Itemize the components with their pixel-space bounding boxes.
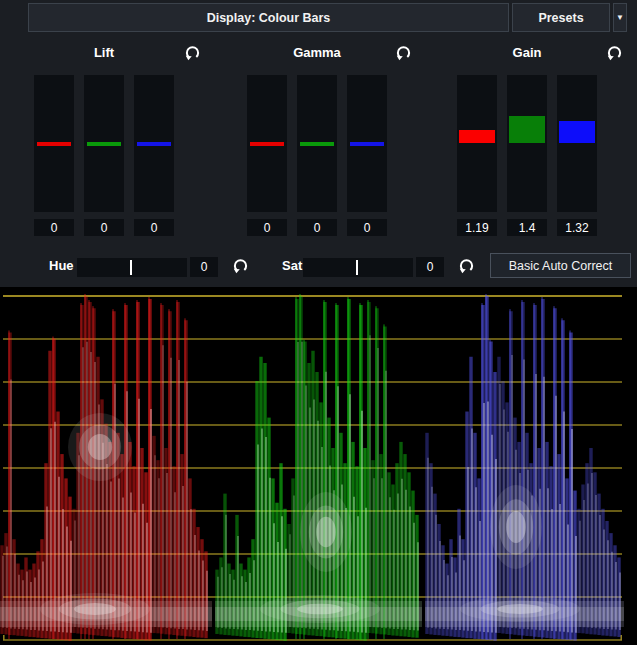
lift-reset-icon[interactable] bbox=[184, 44, 201, 61]
gamma-reset-icon[interactable] bbox=[395, 44, 412, 61]
gain-red-handle bbox=[459, 130, 495, 143]
gamma-title: Gamma bbox=[247, 45, 387, 60]
gamma-red-value[interactable]: 0 bbox=[247, 219, 287, 236]
presets-button[interactable]: Presets bbox=[512, 3, 610, 32]
presets-dropdown-button[interactable]: ▼ bbox=[613, 3, 627, 32]
gamma-red-handle bbox=[250, 142, 284, 146]
gamma-green-value[interactable]: 0 bbox=[297, 219, 337, 236]
lift-red-slider[interactable] bbox=[34, 75, 74, 212]
hue-value[interactable]: 0 bbox=[190, 257, 218, 277]
gain-green-handle bbox=[509, 116, 545, 143]
lift-blue-handle bbox=[137, 142, 171, 146]
gamma-green-slider[interactable] bbox=[297, 75, 337, 212]
lift-section: Lift 0 0 0 bbox=[34, 45, 174, 236]
gain-title: Gain bbox=[457, 45, 597, 60]
hue-slider[interactable] bbox=[77, 258, 187, 277]
hue-slider-handle bbox=[130, 260, 132, 275]
gamma-red-slider[interactable] bbox=[247, 75, 287, 212]
gamma-green-handle bbox=[300, 142, 334, 146]
lift-green-handle bbox=[87, 142, 121, 146]
gain-red-slider[interactable] bbox=[457, 75, 497, 212]
sat-value[interactable]: 0 bbox=[416, 257, 444, 277]
lift-green-slider[interactable] bbox=[84, 75, 124, 212]
sat-slider-handle bbox=[356, 260, 358, 275]
gamma-blue-slider[interactable] bbox=[347, 75, 387, 212]
lift-blue-value[interactable]: 0 bbox=[134, 219, 174, 236]
sat-slider[interactable] bbox=[303, 258, 413, 277]
display-source-button[interactable]: Display: Colour Bars bbox=[28, 3, 509, 32]
rgb-parade-scope bbox=[0, 287, 637, 645]
gamma-section: Gamma 0 0 0 bbox=[247, 45, 387, 236]
gain-blue-handle bbox=[559, 121, 595, 143]
gain-blue-value[interactable]: 1.32 bbox=[557, 219, 597, 236]
sat-reset-icon[interactable] bbox=[458, 257, 475, 274]
gamma-blue-handle bbox=[350, 142, 384, 146]
gain-green-slider[interactable] bbox=[507, 75, 547, 212]
lift-red-value[interactable]: 0 bbox=[34, 219, 74, 236]
gain-reset-icon[interactable] bbox=[606, 44, 623, 61]
gain-red-value[interactable]: 1.19 bbox=[457, 219, 497, 236]
color-correct-panel: Display: Colour Bars Presets ▼ Lift 0 0 … bbox=[0, 0, 637, 287]
basic-auto-correct-button[interactable]: Basic Auto Correct bbox=[490, 253, 631, 278]
hue-reset-icon[interactable] bbox=[232, 257, 249, 274]
hue-label: Hue bbox=[49, 258, 74, 273]
lift-green-value[interactable]: 0 bbox=[84, 219, 124, 236]
gain-green-value[interactable]: 1.4 bbox=[507, 219, 547, 236]
chevron-down-icon: ▼ bbox=[616, 13, 624, 22]
gamma-blue-value[interactable]: 0 bbox=[347, 219, 387, 236]
lift-title: Lift bbox=[34, 45, 174, 60]
sat-label: Sat bbox=[282, 258, 302, 273]
gain-blue-slider[interactable] bbox=[557, 75, 597, 212]
lift-blue-slider[interactable] bbox=[134, 75, 174, 212]
gain-section: Gain 1.19 1.4 1.32 bbox=[457, 45, 597, 236]
lift-red-handle bbox=[37, 142, 71, 146]
